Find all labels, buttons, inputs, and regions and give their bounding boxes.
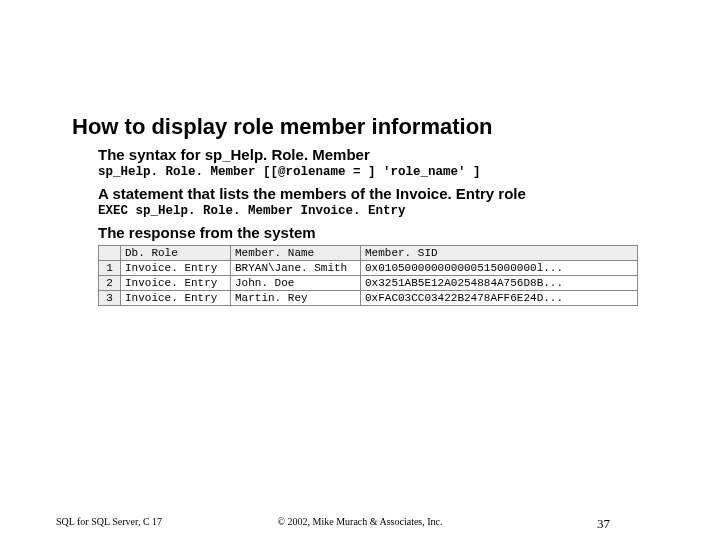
footer-center: © 2002, Mike Murach & Associates, Inc. xyxy=(0,516,720,527)
rownum-cell: 3 xyxy=(99,291,121,306)
header-membername: Member. Name xyxy=(231,246,361,261)
slide-body: How to display role member information T… xyxy=(72,114,662,306)
cell-role: Invoice. Entry xyxy=(121,291,231,306)
table-header-row: Db. Role Member. Name Member. SID xyxy=(99,246,638,261)
cell-name: Martin. Rey xyxy=(231,291,361,306)
cell-role: Invoice. Entry xyxy=(121,276,231,291)
example-code: EXEC sp_Help. Role. Member Invoice. Entr… xyxy=(98,204,662,218)
footer-page-number: 37 xyxy=(597,516,610,532)
header-dbrole: Db. Role xyxy=(121,246,231,261)
response-heading: The response from the system xyxy=(98,224,662,241)
header-rownum xyxy=(99,246,121,261)
cell-role: Invoice. Entry xyxy=(121,261,231,276)
table-row: 3 Invoice. Entry Martin. Rey 0xFAC03CC03… xyxy=(99,291,638,306)
table-row: 1 Invoice. Entry BRYAN\Jane. Smith 0x010… xyxy=(99,261,638,276)
rownum-cell: 1 xyxy=(99,261,121,276)
rownum-cell: 2 xyxy=(99,276,121,291)
header-membersid: Member. SID xyxy=(361,246,638,261)
cell-name: BRYAN\Jane. Smith xyxy=(231,261,361,276)
table-row: 2 Invoice. Entry John. Doe 0x3251AB5E12A… xyxy=(99,276,638,291)
cell-sid: 0x010500000000000515000000l... xyxy=(361,261,638,276)
result-grid: Db. Role Member. Name Member. SID 1 Invo… xyxy=(98,245,638,306)
cell-sid: 0x3251AB5E12A0254884A756D8B... xyxy=(361,276,638,291)
example-heading: A statement that lists the members of th… xyxy=(98,185,662,202)
syntax-heading: The syntax for sp_Help. Role. Member xyxy=(98,146,662,163)
syntax-code: sp_Help. Role. Member [[@rolename = ] 'r… xyxy=(98,165,662,179)
cell-name: John. Doe xyxy=(231,276,361,291)
cell-sid: 0xFAC03CC03422B2478AFF6E24D... xyxy=(361,291,638,306)
slide-title: How to display role member information xyxy=(72,114,662,140)
